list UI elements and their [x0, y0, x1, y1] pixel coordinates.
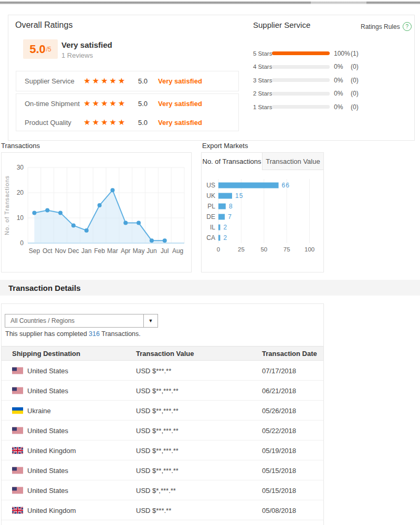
transaction-date-cell: 05/22/2018: [262, 426, 296, 434]
country-name: United States: [27, 386, 68, 394]
rating-status: Very satisfied: [158, 100, 202, 108]
histogram-star-label: 1 Stars: [253, 104, 272, 110]
transaction-date-cell: 05/19/2018: [262, 446, 296, 454]
line-chart-svg: 0102030SepOctNovDecJanFebMarAprMayJunJul…: [2, 153, 190, 267]
transaction-value-cell: USD $***.**: [136, 506, 171, 514]
ua-flag-icon: [12, 407, 23, 414]
us-flag-icon: [12, 367, 23, 374]
bar-chart-svg: 0255075100US66UK15PL8DE7IL2CA2: [202, 172, 322, 260]
uk-flag-icon: [12, 447, 23, 454]
svg-text:0: 0: [20, 239, 24, 247]
transactions-summary: This supplier has completed 316 Transact…: [5, 330, 141, 338]
overall-ratings-title: Overall Ratings: [15, 20, 72, 30]
export-markets-card: No. of TransactionsTransaction Value 025…: [201, 152, 324, 272]
transactions-chart-card: 0102030SepOctNovDecJanFebMarAprMayJunJul…: [1, 152, 192, 272]
histogram-percent: 0%: [334, 103, 351, 111]
svg-text:May: May: [133, 247, 145, 255]
svg-text:Jun: Jun: [146, 247, 156, 255]
tab-no-of-transactions[interactable]: No. of Transactions: [202, 153, 262, 170]
transaction-date-cell: 07/17/2018: [262, 366, 296, 374]
histogram-count: (0): [351, 63, 359, 70]
rating-score: 5.0: [138, 100, 152, 108]
svg-text:10: 10: [17, 214, 24, 222]
histogram-count: (0): [351, 90, 359, 97]
star-rating-icons: ★★★★★: [83, 118, 134, 127]
histogram-percent: 0%: [334, 77, 351, 84]
svg-text:UK: UK: [206, 192, 215, 200]
star-histogram-row: 1 Stars0%(0): [253, 100, 411, 114]
shipping-destination-cell: United States: [12, 366, 68, 374]
country-name: United States: [27, 426, 68, 434]
transaction-value-cell: USD $**,***.**: [136, 426, 178, 434]
uk-flag-icon: [12, 507, 23, 513]
top-divider-bar: [0, 1, 420, 4]
rating-status: Very satisfied: [158, 77, 202, 85]
transaction-date-cell: 05/26/2018: [262, 406, 296, 414]
us-flag-icon: [12, 487, 23, 494]
histogram-count: (1): [351, 50, 359, 57]
transaction-value-cell: USD $**,***.**: [136, 386, 178, 394]
svg-text:No. of Transactions: No. of Transactions: [4, 175, 10, 235]
transactions-line-chart: 0102030SepOctNovDecJanFebMarAprMayJunJul…: [2, 153, 191, 269]
col-transaction-date: Transaction Date: [262, 350, 317, 358]
table-row: UkraineUSD $**,***.**05/26/2018: [2, 401, 323, 421]
transaction-date-cell: 05/15/2018: [262, 466, 296, 474]
us-flag-icon: [12, 427, 23, 434]
histogram-bar-fill: [272, 51, 330, 55]
rating-category-row[interactable]: On-time Shipment★★★★★5.0Very satisfied: [16, 94, 238, 113]
svg-text:CA: CA: [206, 234, 215, 242]
ratings-rules-link[interactable]: Ratings Rules ?: [361, 22, 412, 31]
shipping-destination-cell: United Kingdom: [12, 506, 76, 514]
svg-text:15: 15: [235, 192, 243, 200]
table-row: United StatesUSD $**,***.**05/15/2018: [2, 460, 323, 480]
rating-category-selected-box: Supplier Service★★★★★5.0Very satisfied: [16, 71, 239, 91]
chevron-down-icon[interactable]: ▼: [143, 314, 158, 327]
star-histogram-row: 2 Stars0%(0): [253, 87, 411, 101]
histogram-count: (0): [351, 103, 359, 111]
ratings-rules-label: Ratings Rules: [361, 23, 400, 30]
transaction-value-cell: USD $**,***.**: [136, 446, 178, 454]
transaction-date-cell: 05/08/2018: [262, 506, 296, 514]
help-icon[interactable]: ?: [403, 22, 412, 31]
svg-text:Sep: Sep: [29, 247, 40, 255]
table-row: United KingdomUSD $***.**05/08/2018: [2, 500, 323, 520]
export-markets-bar-chart: 0255075100US66UK15PL8DE7IL2CA2: [202, 172, 322, 262]
transaction-value-cell: USD $**,***.**: [136, 406, 178, 414]
svg-text:Jan: Jan: [81, 247, 91, 255]
svg-text:0: 0: [217, 246, 220, 253]
overall-score: 5.0: [29, 43, 46, 56]
overall-score-badge: 5.0 /5: [23, 39, 58, 59]
country-filter-dropdown[interactable]: All Countries / Regions ▼: [5, 314, 158, 328]
table-row: United StatesUSD $***.**07/17/2018: [2, 361, 323, 381]
svg-text:Dec: Dec: [68, 247, 79, 255]
table-row: United StatesUSD $*,***.**05/15/2018: [2, 480, 323, 500]
transaction-value-cell: USD $***.**: [136, 366, 171, 374]
table-row: United StatesUSD $**,***.**05/22/2018: [2, 421, 323, 440]
transaction-date-cell: 06/21/2018: [262, 386, 296, 394]
svg-text:Feb: Feb: [94, 247, 105, 255]
col-shipping-destination: Shipping Destination: [12, 350, 80, 358]
svg-text:Jul: Jul: [161, 247, 169, 255]
country-filter-value: All Countries / Regions: [10, 314, 75, 327]
overall-reviews-count: 1 Reviews: [61, 51, 93, 59]
top-divider-highlight: [311, 1, 366, 4]
svg-text:50: 50: [260, 246, 267, 253]
rating-category-row[interactable]: Supplier Service★★★★★5.0Very satisfied: [16, 71, 238, 90]
histogram-star-label: 2 Stars: [253, 90, 272, 97]
shipping-destination-cell: United States: [12, 386, 68, 394]
tab-transaction-value[interactable]: Transaction Value: [262, 153, 323, 170]
rating-score: 5.0: [138, 119, 152, 127]
histogram-count: (0): [351, 77, 359, 84]
histogram-bar-track: [272, 65, 330, 69]
table-row: United KingdomUSD $**,***.**05/19/2018: [2, 440, 323, 460]
svg-text:Nov: Nov: [55, 247, 66, 255]
svg-text:25: 25: [238, 246, 245, 253]
transaction-details-band: Transaction Details: [0, 280, 420, 296]
rating-category-row[interactable]: Product Quality★★★★★5.0Very satisfied: [16, 113, 238, 132]
export-markets-section-label: Export Markets: [202, 142, 248, 150]
svg-text:DE: DE: [206, 213, 215, 220]
svg-text:PL: PL: [207, 203, 215, 210]
rating-category-label: Supplier Service: [16, 77, 83, 85]
transactions-section-label: Transactions: [1, 142, 40, 150]
supplier-ratings-page: Overall Ratings 5.0 /5 Very satisfied 1 …: [0, 0, 420, 525]
